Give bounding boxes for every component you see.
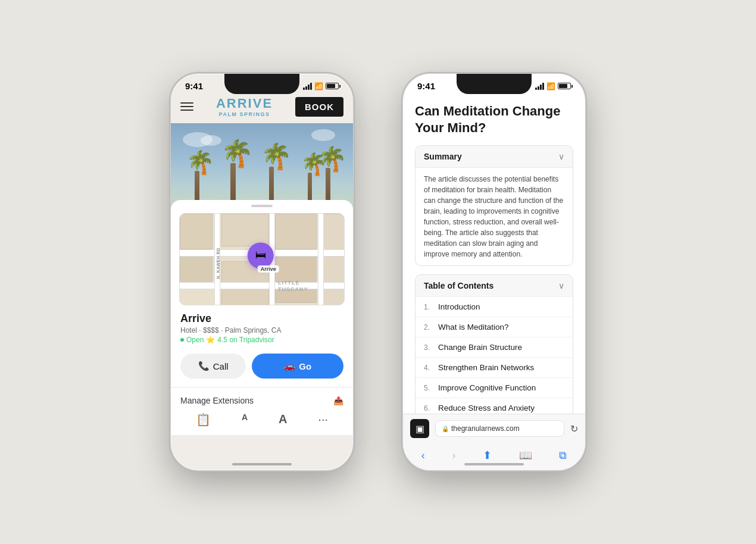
toc-num: 1. [424,303,433,311]
toc-item[interactable]: 5.Improve Cognitive Function [416,377,573,398]
action-buttons: 📞 Call 🚗 Go [171,349,353,383]
star-icon: ⭐ [206,336,215,344]
signal-icon-2 [535,83,544,90]
status-time-maps: 9:41 [185,81,203,91]
map-pin: 🛏 [248,242,274,268]
toc-text: Reduce Stress and Anxiety [438,404,535,412]
wifi-icon-2: 📶 [546,82,555,90]
url-field[interactable]: 🔒 thegranularnews.com [435,420,564,437]
signal-icon [303,83,312,90]
pin-label: Arrive [258,265,279,273]
url-bar: ▣ 🔒 thegranularnews.com ↻ [403,414,585,443]
toolbar: 📋 A A ··· [180,408,343,429]
open-indicator [180,338,184,342]
reload-button[interactable]: ↻ [570,423,578,434]
summary-chevron-icon: ∨ [558,152,564,161]
large-a-icon[interactable]: A [279,412,287,427]
call-button[interactable]: 📞 Call [180,354,246,379]
menu-button[interactable] [180,102,193,111]
status-bar-safari: 9:41 📶 [403,74,585,93]
toc-item[interactable]: 4.Strengthen Brain Networks [416,357,573,377]
toc-num: 6. [424,404,433,412]
place-meta: Hotel · $$$$ · Palm Springs, CA [180,326,343,334]
car-icon: 🚗 [284,361,295,371]
toc-text: Strengthen Brain Networks [438,363,534,372]
rating-score: 4.5 on Tripadvisor [217,336,274,344]
url-text: thegranularnews.com [451,424,520,433]
summary-box: Summary ∨ The article discusses the pote… [415,145,573,266]
go-button[interactable]: 🚗 Go [252,354,343,379]
small-a-icon[interactable]: A [242,412,248,427]
brand-subtitle: PALM SPRINGS [216,111,273,117]
toc-num: 4. [424,364,433,372]
status-icons-safari: 📶 [535,82,571,90]
manage-extensions-label: Manage Extensions [180,396,254,405]
summary-label: Summary [424,152,462,161]
battery-icon [326,83,339,89]
status-icons-maps: 📶 [303,82,339,90]
app-header: ARRIVE PALM SPRINGS BOOK [171,93,353,123]
toc-num: 5. [424,384,433,392]
phone-maps: 9:41 📶 ARRIVE PALM SPRINGS BOOK [170,73,354,471]
toc-text: What is Meditation? [438,323,509,332]
toc-header[interactable]: Table of Contents ∨ [416,275,573,296]
home-indicator-2 [464,463,524,465]
status-time-safari: 9:41 [417,81,435,91]
more-icon[interactable]: ··· [318,412,328,427]
toc-text: Change Brain Structure [438,343,522,352]
reader-icon[interactable]: 📋 [196,412,211,427]
brand-name: ARRIVE [216,96,273,111]
neighborhood-label: LITTLE TUSCANY [278,280,308,293]
map-thumbnail[interactable]: N. KAWEH RD LITTLE TUSCANY 🛏 Arrive [179,213,345,305]
tab-square-icon: ▣ [416,423,424,434]
summary-header[interactable]: Summary ∨ [416,146,573,168]
street-label: N. KAWEH RD [216,248,220,279]
wifi-icon: 📶 [314,82,323,90]
toc-label: Table of Contents [424,281,493,290]
forward-button[interactable]: › [449,447,458,464]
article-content: Can Meditation Change Your Mind? Summary… [403,93,585,436]
phone-safari: 9:41 📶 Can Meditation Change Your Mind? … [402,73,586,471]
status-bar-maps: 9:41 📶 [171,74,353,93]
toc-item[interactable]: 2.What is Meditation? [416,317,573,337]
manage-extensions-row: Manage Extensions 📤 [180,393,343,408]
place-card: N. KAWEH RD LITTLE TUSCANY 🛏 Arrive Arri… [171,200,353,435]
article-title: Can Meditation Change Your Mind? [415,103,573,136]
toc-item[interactable]: 1.Introduction [416,296,573,317]
brand-logo: ARRIVE PALM SPRINGS [216,96,273,117]
phone-icon: 📞 [198,361,210,371]
open-label: Open [186,336,204,344]
share-button[interactable]: ⬆ [480,446,494,464]
toc-num: 3. [424,343,433,352]
summary-text: The article discusses the potential bene… [416,168,573,265]
card-handle [251,205,273,207]
toc-box: Table of Contents ∨ 1.Introduction2.What… [415,274,573,436]
place-name: Arrive [180,312,343,325]
toc-text: Improve Cognitive Function [438,383,536,392]
tab-icon[interactable]: ▣ [410,419,429,438]
bottom-bar: Manage Extensions 📤 📋 A A ··· [171,387,353,435]
battery-icon-2 [558,83,571,89]
extensions-icon: 📤 [333,396,343,405]
palm-trees: 🌴 🌴 🌴 🌴 🌴 [171,132,353,210]
place-info: Arrive Hotel · $$$$ · Palm Springs, CA O… [171,305,353,349]
safari-bottom-bar: ▣ 🔒 thegranularnews.com ↻ ‹ › ⬆ 📖 ⧉ [403,414,585,470]
toc-item[interactable]: 3.Change Brain Structure [416,337,573,357]
lock-icon: 🔒 [442,426,449,432]
tabs-button[interactable]: ⧉ [557,447,569,464]
place-rating: Open ⭐ 4.5 on Tripadvisor [180,336,343,344]
hero-image: 🌴 🌴 🌴 🌴 🌴 [171,123,353,210]
bookmarks-button[interactable]: 📖 [517,446,535,464]
toc-num: 2. [424,323,433,332]
toc-text: Introduction [438,302,480,311]
home-indicator [232,463,292,465]
back-button[interactable]: ‹ [419,447,427,464]
toc-chevron-icon: ∨ [558,281,564,290]
book-button[interactable]: BOOK [295,97,343,117]
safari-nav-bar: ‹ › ⬆ 📖 ⧉ [403,443,585,470]
